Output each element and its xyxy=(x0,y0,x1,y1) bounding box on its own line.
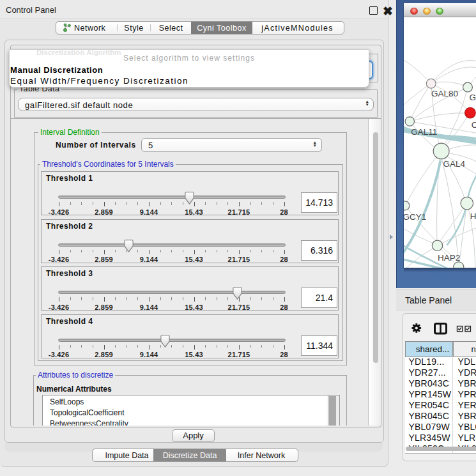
svg-text:GCY1: GCY1 xyxy=(404,212,426,222)
svg-text:GAL80: GAL80 xyxy=(431,89,458,98)
svg-text:CY: CY xyxy=(472,120,476,130)
svg-text:HI: HI xyxy=(470,211,476,221)
svg-text:GAL11: GAL11 xyxy=(411,127,437,137)
svg-text:HAP2: HAP2 xyxy=(438,253,460,263)
svg-text:GA: GA xyxy=(469,93,476,102)
svg-text:GAL4: GAL4 xyxy=(443,159,466,169)
